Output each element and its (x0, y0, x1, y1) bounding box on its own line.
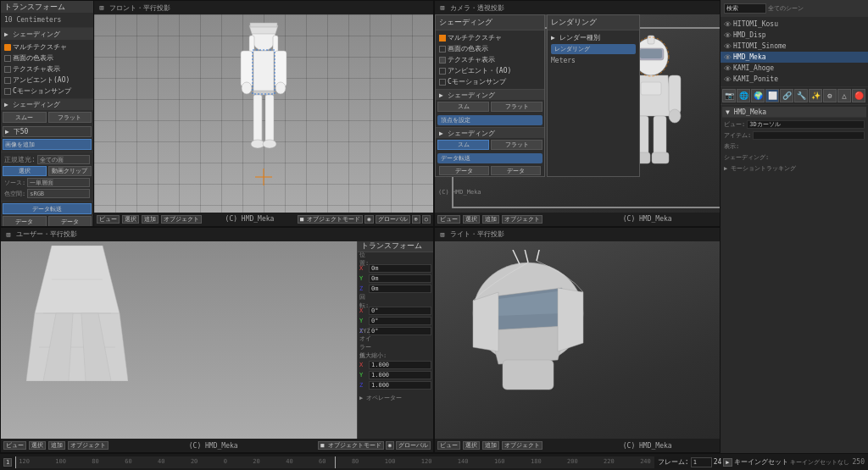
view-btn-tl[interactable]: ビュー (97, 215, 120, 224)
global-btn-bl[interactable]: グローバル (396, 441, 431, 450)
fl-btn2[interactable]: フラット (491, 140, 542, 150)
normalization-field[interactable]: 全ての面 (37, 155, 90, 164)
screen-color-checkbox[interactable] (4, 55, 11, 62)
add-btn-bl[interactable]: 追加 (48, 441, 65, 450)
view-btn-tr[interactable]: ビュー (437, 215, 460, 224)
objmode-btn-bl[interactable]: ■ オブジェクトモード (318, 441, 383, 450)
ss-cb2[interactable] (439, 57, 446, 64)
tab-2[interactable]: 動画クリップ (48, 166, 92, 176)
data-b2[interactable]: データ (491, 166, 541, 175)
timeline[interactable]: 1201008060402002040608010012014016018020… (15, 456, 654, 468)
modifier-icon[interactable]: 🔧 (794, 89, 808, 102)
render-btn[interactable]: レンダリング (551, 44, 636, 54)
obj-props-header[interactable]: ▼ HMD_Meka (722, 107, 866, 118)
play-btn[interactable]: ▶ (723, 458, 732, 467)
sm-btn[interactable]: スム (437, 102, 489, 112)
pos-x-val[interactable]: 0m (369, 264, 431, 273)
select-btn-tl[interactable]: 選択 (122, 215, 139, 224)
smooth-btn[interactable]: スムー (3, 112, 47, 123)
obj-kami-ahoge[interactable]: 👁 KAMI_Ahoge (721, 63, 868, 74)
view-icon-tl[interactable]: ⊞ (97, 3, 107, 13)
rot-z-val[interactable]: 0° (369, 327, 431, 335)
obj-btn-tr[interactable]: オブジェクト (502, 215, 542, 224)
data-transfer-btn2[interactable]: データ転送 (437, 153, 542, 163)
ss-cb3[interactable] (439, 68, 446, 75)
colorspace-field[interactable]: sRGB (27, 189, 90, 198)
eye-icon-3[interactable]: 👁 (724, 42, 732, 51)
tab-1[interactable]: 選択 (3, 166, 47, 176)
view-icon-bl[interactable]: ⊞ (3, 229, 14, 240)
obj-hitomi-sinome[interactable]: 👁 HITOMI_Sinome (721, 41, 868, 52)
overlay-btn-tl[interactable]: ○ (422, 215, 431, 224)
object-props-icon[interactable]: ⬜ (765, 89, 779, 102)
motion-checkbox[interactable] (4, 88, 11, 95)
particles-icon[interactable]: ✨ (809, 89, 822, 102)
ss-cb4[interactable] (439, 79, 446, 86)
shading-section-header[interactable]: ▶ シェーディング (1, 28, 93, 40)
obj-btn-bl[interactable]: オブジェクト (68, 441, 108, 450)
pos-z-val[interactable]: 0m (369, 285, 431, 293)
add-btn-tl[interactable]: 追加 (142, 215, 159, 224)
global-btn-tl[interactable]: グローバル (376, 215, 410, 224)
data-btn1[interactable]: データ (3, 216, 47, 226)
rot-y-val[interactable]: 0° (369, 317, 431, 325)
select-btn-tr[interactable]: 選択 (463, 215, 480, 224)
view-val[interactable]: 3Dカーソル (747, 120, 865, 129)
world-props-icon[interactable]: 🌍 (751, 89, 765, 102)
props-btn-tl[interactable]: ⊕ (412, 215, 420, 224)
eye-icon-1[interactable]: 👁 (724, 20, 732, 29)
pos-y-val[interactable]: 0m (369, 274, 431, 283)
data-transfer-btn[interactable]: データ転送 (3, 203, 92, 214)
scale-y-val[interactable]: 1.000 (369, 371, 431, 379)
material-icon[interactable]: 🔴 (852, 89, 865, 102)
rot-x-val[interactable]: 0° (369, 307, 431, 315)
ss-cb1[interactable] (439, 46, 446, 53)
viewport-top-left[interactable]: トランスフォーム 10 Centimeters ▶ シェーディング マルチテクス… (0, 0, 434, 227)
flat-btn[interactable]: フラット (48, 112, 92, 123)
obj-hmd-disp[interactable]: 👁 HMD_Disp (721, 30, 868, 41)
set-origin-btn[interactable]: 頂点を設定 (437, 115, 542, 125)
add-image-btn2[interactable]: 画像を追加 (3, 139, 92, 150)
obj-kami-ponite[interactable]: 👁 KAMI_Ponite (721, 74, 868, 85)
mesh-icon[interactable]: △ (837, 89, 851, 102)
search-input[interactable] (724, 3, 766, 14)
scale-x-val[interactable]: 1.000 (369, 361, 431, 369)
shading-btn-bl[interactable]: ◉ (386, 441, 394, 450)
vp-content-tl[interactable] (94, 14, 433, 213)
source-field[interactable]: 一単層面 (27, 178, 90, 187)
data-btn2[interactable]: データ (48, 216, 92, 226)
view-icon-br[interactable]: ⊞ (437, 229, 448, 240)
item-val[interactable] (753, 131, 865, 140)
vp-content-bl[interactable]: トランスフォーム 位置: X 0m Y 0m (1, 241, 433, 440)
add-btn-br[interactable]: 追加 (482, 441, 499, 450)
eye-icon-5[interactable]: 👁 (724, 64, 732, 73)
shading2-header[interactable]: ▶ シェーディング (1, 99, 93, 110)
sm-btn2[interactable]: スム (437, 140, 489, 150)
obj-btn-tl[interactable]: オブジェクト (161, 215, 202, 224)
obj-hitomi-kosu[interactable]: 👁 HITOMI_Kosu (721, 19, 868, 30)
add-btn-tr[interactable]: 追加 (482, 215, 499, 224)
physics-icon[interactable]: ⚙ (823, 89, 837, 102)
view-btn-br[interactable]: ビュー (437, 441, 460, 450)
tex-display-checkbox[interactable] (4, 66, 11, 73)
fl-btn[interactable]: フラット (491, 102, 542, 112)
viewport-bottom-left[interactable]: ⊞ ユーザー・平行投影 (0, 227, 434, 454)
constraints-icon[interactable]: 🔗 (780, 89, 793, 102)
select-btn-br[interactable]: 選択 (463, 441, 480, 450)
objmode-btn-tl[interactable]: ■ オブジェクトモード (298, 215, 363, 224)
eye-icon-4[interactable]: 👁 (724, 53, 732, 62)
view-icon-tr[interactable]: ⊞ (437, 3, 448, 13)
shading-btn-tl[interactable]: ◉ (364, 215, 373, 224)
obj-hmd-meka[interactable]: 👁 HMD_Meka (721, 52, 868, 63)
render-props-icon[interactable]: 📷 (722, 89, 736, 102)
scale-z-val[interactable]: 1.000 (369, 381, 431, 390)
select-btn-bl[interactable]: 選択 (29, 441, 46, 450)
obj-btn-br[interactable]: オブジェクト (502, 441, 542, 450)
current-frame[interactable]: 1 (691, 457, 712, 467)
frame-start[interactable]: 1 (3, 458, 12, 467)
add-image-btn[interactable]: ▶ 下50 (3, 126, 92, 137)
eye-icon-6[interactable]: 👁 (724, 75, 732, 84)
view-btn-bl[interactable]: ビュー (3, 441, 26, 450)
eye-icon-2[interactable]: 👁 (724, 31, 732, 40)
scene-props-icon[interactable]: 🌐 (737, 89, 750, 102)
